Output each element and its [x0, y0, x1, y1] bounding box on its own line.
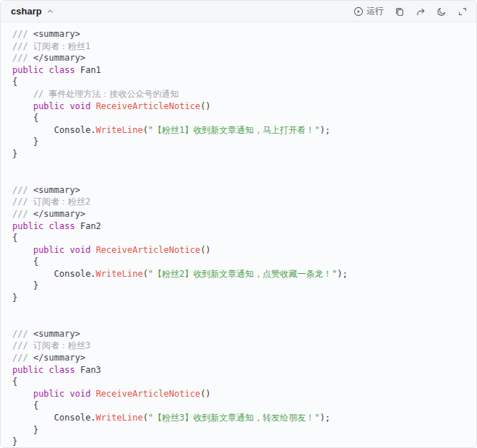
code-line: } — [12, 148, 465, 160]
copy-button[interactable] — [395, 7, 405, 17]
code-line — [12, 304, 465, 316]
code-line: } — [12, 436, 465, 447]
code-line: /// <summary> — [12, 328, 465, 340]
code-line: public class Fan1 — [12, 64, 465, 77]
code-line: Console.WriteLine("【粉丝2】收到新文章通知，点赞收藏一条龙！… — [12, 268, 465, 280]
expand-icon — [457, 7, 468, 17]
code-line: /// </summary> — [12, 208, 465, 220]
share-button[interactable] — [416, 7, 426, 17]
code-line: } — [12, 136, 465, 148]
code-line: public class Fan3 — [12, 364, 465, 376]
code-line: } — [12, 424, 465, 436]
code-line: /// 订阅者：粉丝1 — [12, 40, 465, 53]
code-line: public void ReceiveArticleNotice() — [12, 244, 465, 257]
code-area: /// <summary>/// 订阅者：粉丝1/// </summary>pu… — [1, 22, 476, 447]
moon-icon — [437, 7, 447, 17]
code-line: } — [12, 280, 465, 292]
code-line: { — [12, 112, 465, 124]
header-left: csharp — [11, 6, 54, 17]
code-line: { — [12, 76, 465, 88]
expand-button[interactable] — [457, 7, 468, 17]
code-line: { — [12, 400, 465, 412]
code-line: public void ReceiveArticleNotice() — [12, 100, 465, 113]
run-button[interactable]: 运行 — [353, 5, 384, 17]
theme-toggle-button[interactable] — [437, 7, 447, 17]
code-line: public class Fan2 — [12, 220, 465, 233]
header-actions: 运行 — [353, 5, 468, 17]
code-line: /// 订阅者：粉丝2 — [12, 196, 465, 208]
code-line: // 事件处理方法：接收公众号的通知 — [12, 88, 465, 100]
code-line: /// 订阅者：粉丝3 — [12, 340, 465, 352]
code-line: /// <summary> — [12, 28, 465, 40]
code-line: Console.WriteLine("【粉丝1】收到新文章通知，马上打开看！")… — [12, 124, 465, 137]
code-line: { — [12, 256, 465, 268]
chevron-up-icon[interactable] — [46, 7, 54, 15]
code-line: Console.WriteLine("【粉丝3】收到新文章通知，转发给朋友！")… — [12, 412, 465, 424]
code-line: { — [12, 376, 465, 388]
code-block: csharp 运行 — [0, 0, 477, 448]
code-line: } — [12, 292, 465, 304]
code-block-header: csharp 运行 — [1, 1, 476, 22]
code-line — [12, 160, 465, 173]
play-circle-icon — [353, 7, 364, 17]
code-lines: /// <summary>/// 订阅者：粉丝1/// </summary>pu… — [12, 28, 465, 447]
code-line — [12, 316, 465, 328]
share-arrow-icon — [416, 7, 426, 17]
code-line: /// </summary> — [12, 52, 465, 64]
copy-icon — [395, 7, 405, 17]
language-label: csharp — [11, 6, 42, 17]
code-line — [12, 172, 465, 184]
code-line: /// <summary> — [12, 184, 465, 197]
run-button-label: 运行 — [366, 5, 384, 17]
code-line: public void ReceiveArticleNotice() — [12, 388, 465, 400]
code-line: { — [12, 232, 465, 244]
code-line: /// </summary> — [12, 352, 465, 364]
